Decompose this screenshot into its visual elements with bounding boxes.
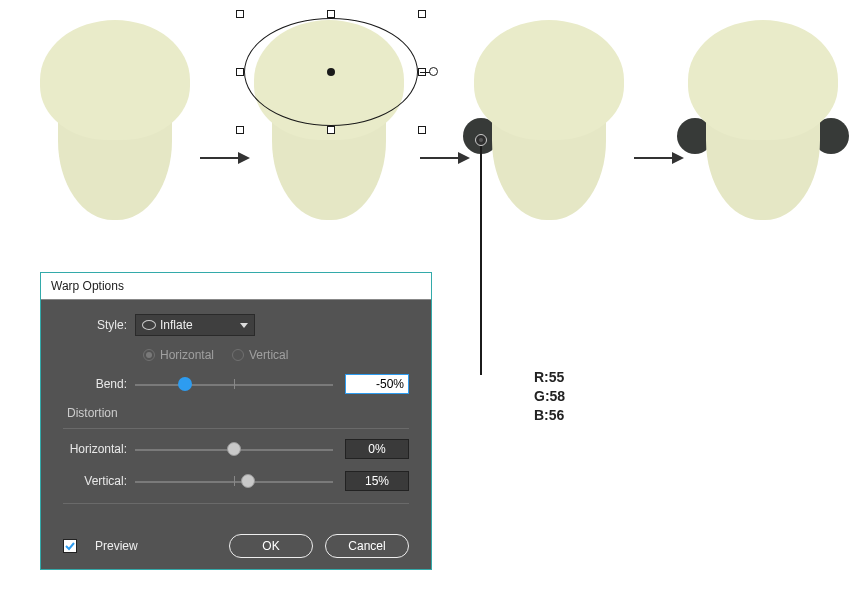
shape-step-3 xyxy=(474,20,624,220)
style-select[interactable]: Inflate xyxy=(135,314,255,336)
style-label: Style: xyxy=(63,318,135,332)
arrow-icon xyxy=(198,148,252,168)
dist-v-input[interactable]: 15% xyxy=(345,471,409,491)
dist-v-label: Vertical: xyxy=(63,474,135,488)
arrow-icon xyxy=(418,148,472,168)
resize-handle[interactable] xyxy=(236,126,244,134)
dist-h-slider[interactable] xyxy=(135,441,333,457)
bend-label: Bend: xyxy=(63,377,135,391)
resize-handle[interactable] xyxy=(327,126,335,134)
svg-marker-3 xyxy=(458,152,470,164)
warp-options-dialog: Warp Options Style: Inflate Horizontal V… xyxy=(40,272,432,570)
rgb-b: B:56 xyxy=(534,406,565,425)
selection-bounding-box[interactable] xyxy=(240,14,422,130)
orient-horizontal-radio[interactable]: Horizontal xyxy=(143,348,214,362)
shape-step-1 xyxy=(40,20,190,220)
separator xyxy=(63,428,409,429)
rgb-r: R:55 xyxy=(534,368,565,387)
preview-label: Preview xyxy=(95,539,138,553)
shape-step-4 xyxy=(688,20,838,220)
arrow-icon xyxy=(632,148,686,168)
separator xyxy=(63,503,409,504)
bend-slider[interactable] xyxy=(135,376,333,392)
shape-head xyxy=(40,20,190,140)
resize-handle[interactable] xyxy=(418,126,426,134)
distortion-label: Distortion xyxy=(67,406,409,420)
rgb-readout: R:55 G:58 B:56 xyxy=(534,368,565,425)
dist-h-label: Horizontal: xyxy=(63,442,135,456)
preview-checkbox[interactable] xyxy=(63,539,77,553)
shape-head xyxy=(474,20,624,140)
resize-handle[interactable] xyxy=(236,68,244,76)
bend-input[interactable]: -50% xyxy=(345,374,409,394)
callout-line xyxy=(480,140,482,375)
resize-handle[interactable] xyxy=(327,10,335,18)
selection-center xyxy=(327,68,335,76)
shape-head xyxy=(688,20,838,140)
chevron-down-icon xyxy=(240,323,248,328)
callout-dot xyxy=(475,134,487,146)
resize-handle[interactable] xyxy=(418,10,426,18)
dialog-title: Warp Options xyxy=(41,273,431,300)
rotate-handle[interactable] xyxy=(429,67,438,76)
dist-v-slider[interactable] xyxy=(135,473,333,489)
svg-marker-1 xyxy=(238,152,250,164)
inflate-icon xyxy=(142,320,156,330)
cancel-button[interactable]: Cancel xyxy=(325,534,409,558)
dist-h-input[interactable]: 0% xyxy=(345,439,409,459)
rgb-g: G:58 xyxy=(534,387,565,406)
resize-handle[interactable] xyxy=(236,10,244,18)
check-icon xyxy=(65,541,75,551)
illustration-steps xyxy=(40,20,830,260)
ok-button[interactable]: OK xyxy=(229,534,313,558)
orient-vertical-radio[interactable]: Vertical xyxy=(232,348,288,362)
shape-step-2 xyxy=(254,20,404,220)
style-value: Inflate xyxy=(160,318,193,332)
svg-marker-5 xyxy=(672,152,684,164)
